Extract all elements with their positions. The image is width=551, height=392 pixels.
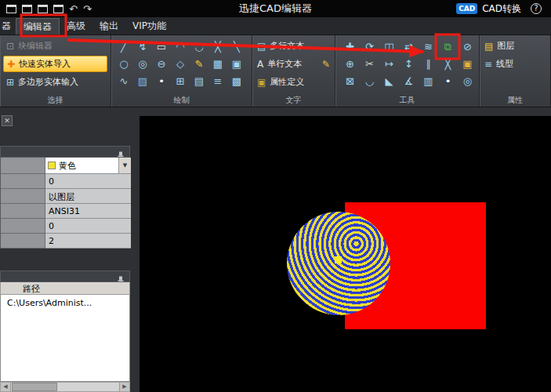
match-properties-icon[interactable]: ▥ <box>419 72 438 89</box>
open-file-icon[interactable] <box>22 5 32 13</box>
arc-icon[interactable]: ◠ <box>171 38 190 55</box>
rectangle-icon[interactable]: ▭ <box>152 38 171 55</box>
quick-import-icon: ✚ <box>7 59 15 70</box>
join-icon[interactable]: ∥ <box>419 55 438 72</box>
circle-icon[interactable]: ○ <box>114 55 133 72</box>
move-icon[interactable]: ✚ <box>340 38 360 55</box>
drawing-canvas[interactable] <box>140 116 551 392</box>
property-value[interactable]: 2 <box>45 234 131 249</box>
multiline-text-icon: ▤ <box>257 41 266 52</box>
selection-grip-marker[interactable] <box>335 256 342 263</box>
measure-icon[interactable]: ∡ <box>399 72 419 89</box>
property-label-cell <box>1 189 45 204</box>
hatched-circle-entity[interactable] <box>287 212 390 315</box>
property-label-cell <box>1 158 45 174</box>
pin-icon[interactable] <box>117 273 125 288</box>
offset-icon[interactable]: ≋ <box>419 38 438 55</box>
tab-output[interactable]: 输出 <box>92 18 125 34</box>
arc-variant-icon[interactable]: ◡ <box>190 38 208 55</box>
color-dropdown[interactable]: 黄色 ▼ <box>45 158 131 174</box>
ribbon-group-tools: ✚ ⟳ ◫ ⇄ ≋ ⧉ ⊘ ⊕ ✂ ↦ ↕ ∥ <box>335 35 480 107</box>
hatch-icon[interactable]: ▨ <box>133 72 152 89</box>
spline-icon[interactable]: ∿ <box>114 72 133 89</box>
properties-panel-titlebar[interactable] <box>0 146 130 158</box>
chevron-down-icon[interactable]: ▼ <box>118 158 131 173</box>
scale-icon[interactable]: ↕ <box>399 55 419 72</box>
linetype-button[interactable]: ≡ 线型 <box>483 56 547 72</box>
trim-icon[interactable]: ✂ <box>360 55 379 72</box>
edit-text-icon[interactable]: ✎ <box>322 59 330 70</box>
menubar: 器 编辑器 高级 输出 VIP功能 <box>0 17 551 35</box>
sketch-icon[interactable]: ✎ <box>190 55 208 72</box>
scroll-left-icon[interactable]: ◀ <box>1 383 11 391</box>
block-editor-icon: ⊡ <box>6 41 14 52</box>
property-value[interactable]: 以图层 <box>45 189 131 204</box>
path-panel-titlebar[interactable] <box>0 270 130 282</box>
polygon-entity-input-button[interactable]: ⊞ 多边形实体输入 <box>3 74 107 90</box>
point-icon[interactable]: • <box>152 72 171 89</box>
line-icon[interactable]: ╱ <box>114 38 133 55</box>
attribute-definition-icon: ▣ <box>257 77 266 88</box>
insert-block-icon[interactable]: ⧉ <box>438 38 458 55</box>
new-file-icon[interactable] <box>6 5 16 13</box>
ribbon-group-draw: ╱ ↯ ▭ ◠ ◡ ╳ ╲ ○ ◎ ⊖ ◇ ✎ <box>111 35 252 107</box>
attribute-definition-button[interactable]: ▣ 属性定义 <box>256 74 332 90</box>
rotate-icon[interactable]: ⟳ <box>360 38 379 55</box>
quick-entity-import-button[interactable]: ✚ 快速实体导入 <box>3 56 107 72</box>
help-button[interactable]: ? <box>531 3 542 14</box>
tab-advanced[interactable]: 高级 <box>60 18 92 34</box>
tab-viewer[interactable]: 器 <box>0 18 16 34</box>
break-icon[interactable]: ╳ <box>438 55 458 72</box>
construction-line-icon[interactable]: ╳ <box>208 38 227 55</box>
tab-vip[interactable]: VIP功能 <box>125 18 173 34</box>
property-value[interactable]: 0 <box>45 174 131 189</box>
ribbon-group-text: ▤ 多行文本 A 单行文本 ✎ ▣ 属性定义 文字 <box>252 35 335 107</box>
layers-button[interactable]: ▤ 图层 <box>483 38 547 54</box>
properties-grid: 黄色 ▼ 0 以图层 ANSI31 0 2 <box>0 158 130 249</box>
ellipse-icon[interactable]: ⊖ <box>152 55 171 72</box>
extend-icon[interactable]: ↦ <box>379 55 399 72</box>
property-value[interactable]: 0 <box>45 219 131 234</box>
tools-icon-grid: ✚ ⟳ ◫ ⇄ ≋ ⧉ ⊘ ⊕ ✂ ↦ ↕ ∥ <box>339 38 476 89</box>
undo-icon[interactable]: ↶ <box>69 4 78 14</box>
titlebar: ↶ ↷ 迅捷CAD编辑器 CAD CAD转换 ? <box>0 0 551 17</box>
chamfer-icon[interactable]: ◣ <box>379 72 399 89</box>
align-icon[interactable]: ⇄ <box>399 38 419 55</box>
save-as-icon[interactable] <box>53 5 63 13</box>
main-area: ✕ 黄色 ▼ 0 以图层 ANSI31 0 2 <box>0 107 551 392</box>
erase-icon[interactable]: ⊠ <box>340 72 360 89</box>
fillet-icon[interactable]: ◡ <box>360 72 379 89</box>
point-style-icon[interactable]: • <box>438 72 458 89</box>
property-value[interactable]: ANSI31 <box>45 204 131 219</box>
polyline-icon[interactable]: ↯ <box>133 38 152 55</box>
color-value: 黄色 <box>59 159 76 172</box>
horizontal-scrollbar[interactable]: ◀ ▶ <box>0 382 130 392</box>
ray-icon[interactable]: ╲ <box>227 38 246 55</box>
panel-close-button[interactable]: ✕ <box>2 115 13 126</box>
polygon-icon[interactable]: ◇ <box>171 55 190 72</box>
block-editor-button[interactable]: ⊡ 块编辑器 <box>3 38 107 54</box>
singleline-text-button[interactable]: A 单行文本 ✎ <box>256 56 332 72</box>
cad-convert-button[interactable]: CAD转换 <box>482 2 521 16</box>
table-icon[interactable]: ▦ <box>208 55 227 72</box>
scrollbar-thumb[interactable] <box>12 383 57 391</box>
settings-icon[interactable]: ◎ <box>458 72 477 89</box>
color-swatch <box>48 162 56 169</box>
purge-icon[interactable]: ⊘ <box>458 38 477 55</box>
multiline-text-button[interactable]: ▤ 多行文本 <box>256 38 332 54</box>
multiline-icon[interactable]: ≡ <box>208 72 227 89</box>
save-file-icon[interactable] <box>38 5 48 13</box>
path-column-header[interactable]: 路径 <box>0 282 130 295</box>
tab-editor[interactable]: 编辑器 <box>16 18 60 34</box>
redo-icon[interactable]: ↷ <box>83 4 92 14</box>
donut-icon[interactable]: ◎ <box>133 55 152 72</box>
mirror-icon[interactable]: ◫ <box>379 38 399 55</box>
raster-image-icon[interactable]: ▤ <box>190 72 208 89</box>
path-list-item[interactable]: C:\Users\Administ... <box>1 295 129 308</box>
wipeout-icon[interactable]: ▩ <box>227 72 246 89</box>
copy-icon[interactable]: ⊕ <box>340 55 360 72</box>
group-icon[interactable]: ▣ <box>458 55 477 72</box>
scroll-right-icon[interactable]: ▶ <box>119 383 129 391</box>
block-icon[interactable]: ⊞ <box>171 72 190 89</box>
region-icon[interactable]: ▣ <box>227 55 246 72</box>
